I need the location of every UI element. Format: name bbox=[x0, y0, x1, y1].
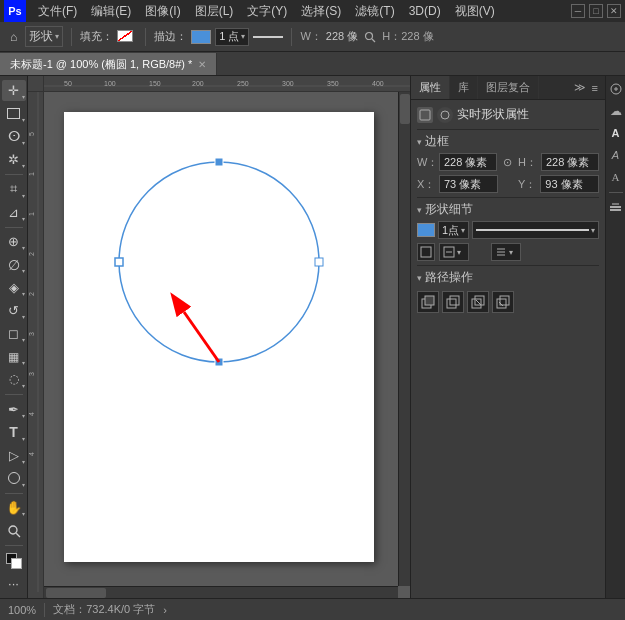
panel-tab-properties[interactable]: 属性 bbox=[411, 76, 450, 99]
panel-expand-icon[interactable]: ≫ bbox=[571, 79, 589, 96]
h-label: H： bbox=[518, 155, 537, 170]
tab-close-button[interactable]: ✕ bbox=[198, 59, 206, 70]
width-search-icon[interactable] bbox=[362, 29, 378, 45]
stroke-inside-btn[interactable] bbox=[417, 243, 435, 261]
svg-rect-40 bbox=[425, 296, 434, 305]
tool-pen[interactable]: ✒ ▾ bbox=[2, 399, 26, 420]
right-icon-layers[interactable] bbox=[607, 199, 625, 217]
w-input[interactable]: 228 像素 bbox=[439, 153, 497, 171]
menu-layer[interactable]: 图层(L) bbox=[189, 1, 240, 22]
menu-select[interactable]: 选择(S) bbox=[295, 1, 347, 22]
align-dropdown2[interactable]: ▾ bbox=[491, 243, 521, 261]
tool-magic-wand[interactable]: ✲ ▾ bbox=[2, 149, 26, 170]
stroke-color-swatch[interactable] bbox=[417, 223, 435, 237]
path-op-4[interactable] bbox=[492, 291, 514, 313]
h-input[interactable]: 228 像素 bbox=[541, 153, 599, 171]
x-input[interactable]: 73 像素 bbox=[439, 175, 498, 193]
tool-crop[interactable]: ⌗ ▾ bbox=[2, 179, 26, 200]
width-value: 228 像 bbox=[326, 29, 358, 44]
maximize-button[interactable]: □ bbox=[589, 4, 603, 18]
home-button[interactable]: ⌂ bbox=[6, 28, 21, 46]
link-icon[interactable]: ⊙ bbox=[501, 156, 514, 169]
tool-eraser[interactable]: ◻ ▾ bbox=[2, 323, 26, 344]
svg-rect-26 bbox=[315, 258, 323, 266]
tool-more[interactable]: ··· bbox=[2, 573, 26, 594]
path-op-3-icon bbox=[471, 295, 485, 309]
healing-icon: ⊕ bbox=[8, 234, 19, 249]
path-op-2[interactable] bbox=[442, 291, 464, 313]
y-input[interactable]: 93 像素 bbox=[540, 175, 599, 193]
tool-move[interactable]: ✛ ▾ bbox=[2, 80, 26, 101]
align-dropdown1[interactable]: ▾ bbox=[439, 243, 469, 261]
menu-text[interactable]: 文字(Y) bbox=[241, 1, 293, 22]
scrollbar-thumb-bottom[interactable] bbox=[46, 588, 106, 598]
tool-brush[interactable]: ∅ ▾ bbox=[2, 254, 26, 275]
tool-shape[interactable]: ▾ bbox=[2, 468, 26, 489]
stroke-size-dropdown[interactable]: 1 点 ▾ bbox=[215, 28, 249, 46]
live-shape-title: 实时形状属性 bbox=[457, 106, 529, 123]
menu-edit[interactable]: 编辑(E) bbox=[85, 1, 137, 22]
height-label: H：228 像 bbox=[382, 29, 433, 44]
canvas-area[interactable]: 50 100 150 200 250 300 350 400 450 5 1 1… bbox=[28, 76, 410, 598]
shape-detail-header[interactable]: ▾ 形状细节 bbox=[417, 197, 599, 221]
history-brush-icon: ↺ bbox=[8, 303, 19, 318]
panel-tab-library[interactable]: 库 bbox=[450, 76, 478, 99]
right-icon-a2[interactable]: A bbox=[607, 146, 625, 164]
document-tab[interactable]: 未标题-1 @ 100% (椭圆 1, RGB/8#) * ✕ bbox=[0, 53, 217, 75]
menu-file[interactable]: 文件(F) bbox=[32, 1, 83, 22]
scrollbar-bottom[interactable] bbox=[44, 586, 398, 598]
panel-content: 实时形状属性 ▾ 边框 W： 228 像素 ⊙ H： 228 像素 X： 73 … bbox=[411, 100, 605, 598]
stroke-size-panel-dropdown[interactable]: 1点 ▾ bbox=[438, 221, 469, 239]
shape-dropdown[interactable]: 形状 ▾ bbox=[25, 26, 63, 47]
tool-healing[interactable]: ⊕ ▾ bbox=[2, 231, 26, 252]
tool-zoom[interactable] bbox=[2, 520, 26, 541]
tool-eyedropper[interactable]: ⊿ ▾ bbox=[2, 202, 26, 223]
path-ops-label: 路径操作 bbox=[425, 269, 473, 286]
panel-menu-icon[interactable]: ≡ bbox=[589, 80, 601, 96]
tool-path-select[interactable]: ▷ ▾ bbox=[2, 445, 26, 466]
close-button[interactable]: ✕ bbox=[607, 4, 621, 18]
right-icon-2[interactable]: ☁ bbox=[607, 102, 625, 120]
svg-text:4: 4 bbox=[28, 452, 35, 456]
svg-text:400: 400 bbox=[372, 80, 384, 87]
tool-hand[interactable]: ✋ ▾ bbox=[2, 497, 26, 518]
panel-tab-layer-comps[interactable]: 图层复合 bbox=[478, 76, 539, 99]
stroke-style-dropdown[interactable]: ▾ bbox=[472, 221, 599, 239]
type-subarrow: ▾ bbox=[22, 435, 25, 442]
tool-lasso[interactable]: ⵙ ▾ bbox=[2, 126, 26, 147]
stroke-color-picker[interactable] bbox=[191, 30, 211, 44]
magic-wand-subarrow: ▾ bbox=[22, 162, 25, 169]
border-section-header[interactable]: ▾ 边框 bbox=[417, 129, 599, 153]
fill-label: 填充： bbox=[80, 29, 113, 44]
menu-image[interactable]: 图像(I) bbox=[139, 1, 186, 22]
right-icon-a1[interactable]: A bbox=[607, 124, 625, 142]
path-op-1-icon bbox=[421, 295, 435, 309]
stroke-size-panel-value: 1点 bbox=[442, 223, 459, 238]
stroke-style-preview[interactable] bbox=[253, 36, 283, 38]
gradient-icon: ▦ bbox=[8, 350, 19, 364]
align-icon2 bbox=[495, 246, 507, 258]
minimize-button[interactable]: ─ bbox=[571, 4, 585, 18]
tool-type[interactable]: T ▾ bbox=[2, 422, 26, 443]
foreground-bg-color[interactable] bbox=[2, 550, 26, 571]
tool-gradient[interactable]: ▦ ▾ bbox=[2, 346, 26, 367]
path-op-2-icon bbox=[446, 295, 460, 309]
fill-color-picker[interactable] bbox=[117, 30, 137, 44]
scrollbar-thumb-right[interactable] bbox=[400, 94, 410, 124]
tool-dodge[interactable]: ◌ ▾ bbox=[2, 369, 26, 390]
tool-clone[interactable]: ◈ ▾ bbox=[2, 277, 26, 298]
tool-rectangle-select[interactable]: ▾ bbox=[2, 103, 26, 124]
crop-subarrow: ▾ bbox=[22, 192, 25, 199]
path-ops-header[interactable]: ▾ 路径操作 bbox=[417, 265, 599, 289]
tool-history-brush[interactable]: ↺ ▾ bbox=[2, 300, 26, 321]
path-op-3[interactable] bbox=[467, 291, 489, 313]
doc-info-arrow[interactable]: › bbox=[163, 604, 167, 616]
right-icon-1[interactable] bbox=[607, 80, 625, 98]
rectangle-select-icon bbox=[7, 108, 20, 119]
scrollbar-right[interactable] bbox=[398, 92, 410, 586]
menu-3d[interactable]: 3D(D) bbox=[403, 2, 447, 20]
menu-view[interactable]: 视图(V) bbox=[449, 1, 501, 22]
right-icon-a3[interactable]: A bbox=[607, 168, 625, 186]
menu-filter[interactable]: 滤镜(T) bbox=[349, 1, 400, 22]
path-op-1[interactable] bbox=[417, 291, 439, 313]
